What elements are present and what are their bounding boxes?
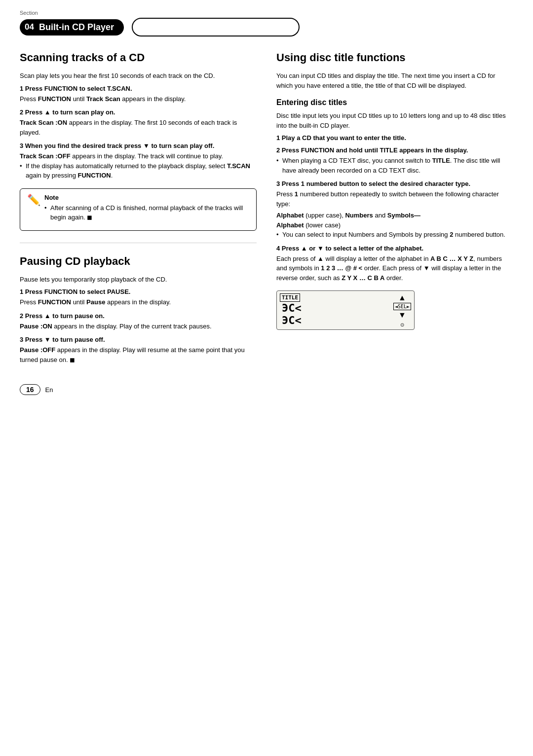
header-right-box xyxy=(132,18,300,36)
pausing-step3-title: 3 Press ▼ to turn pause off. xyxy=(20,336,257,343)
pausing-step3-body: Pause :OFF appears in the display. Play … xyxy=(20,345,257,364)
scanning-step2: 2 Press ▲ to turn scan play on. Track Sc… xyxy=(20,108,257,137)
scanning-step3-bullet1: If the display has automatically returne… xyxy=(20,161,257,180)
entering-intro: Disc title input lets you input CD title… xyxy=(276,111,513,130)
display-down-arrow: ▼ xyxy=(398,311,406,319)
disc-step2-title: 2 Press FUNCTION and hold until TITLE ap… xyxy=(276,146,513,154)
scanning-step2-title: 2 Press ▲ to turn scan play on. xyxy=(20,108,257,116)
scanning-step3: 3 When you find the desired track press … xyxy=(20,142,257,180)
note-header: Note xyxy=(44,194,249,201)
disc-title-intro: You can input CD titles and display the … xyxy=(276,71,513,90)
footer: 16 En xyxy=(20,384,513,395)
scanning-intro: Scan play lets you hear the first 10 sec… xyxy=(20,71,257,81)
disc-step2-bullet1: When playing a CD TEXT disc, you cannot … xyxy=(276,156,513,175)
pausing-step1-body: Press FUNCTION until Pause appears in th… xyxy=(20,297,257,307)
left-column: Scanning tracks of a CD Scan play lets y… xyxy=(20,51,257,369)
disc-step3-bullet1: You can select to input Numbers and Symb… xyxy=(276,230,513,240)
page: Section 04 Built-in CD Player Scanning t… xyxy=(0,0,533,756)
scanning-step1-body: Press FUNCTION until Track Scan appears … xyxy=(20,94,257,104)
disc-step3-title: 3 Press 1 numbered button to select the … xyxy=(276,180,513,187)
section-number: 04 xyxy=(25,22,34,32)
pausing-step1: 1 Press FUNCTION to select PAUSE. Press … xyxy=(20,288,257,307)
entering-heading: Entering disc titles xyxy=(276,98,513,107)
scanning-step3-title: 3 When you find the desired track press … xyxy=(20,142,257,149)
section-label: Section xyxy=(20,10,513,16)
display-sel-label: ◄SEL► xyxy=(393,303,411,310)
note-box: ✏️ Note After scanning of a CD is finish… xyxy=(20,188,257,231)
display-char-row2: ЭС< xyxy=(282,314,302,326)
disc-step4: 4 Press ▲ or ▼ to select a letter of the… xyxy=(276,245,513,283)
disc-step4-body: Each press of ▲ will display a letter of… xyxy=(276,254,513,283)
disc-step4-title: 4 Press ▲ or ▼ to select a letter of the… xyxy=(276,245,513,252)
disc-step1: 1 Play a CD that you want to enter the t… xyxy=(276,134,513,142)
disc-step3-body: Press 1 numbered button repeatedly to sw… xyxy=(276,189,513,209)
display-up-arrow: ▲ xyxy=(398,294,406,302)
pausing-step2-body: Pause :ON appears in the display. Play o… xyxy=(20,322,257,331)
disc-step1-title: 1 Play a CD that you want to enter the t… xyxy=(276,134,513,142)
display-right-controls: ▲ ◄SEL► ▼ ⊙ xyxy=(393,294,411,327)
scanning-heading: Scanning tracks of a CD xyxy=(20,51,257,64)
note-bullet1: After scanning of a CD is finished, norm… xyxy=(44,203,249,222)
pausing-heading: Pausing CD playback xyxy=(20,255,257,268)
note-icon: ✏️ xyxy=(27,194,40,207)
section-badge: 04 Built-in CD Player xyxy=(20,19,124,36)
section-divider xyxy=(20,243,257,243)
footer-language: En xyxy=(45,386,53,394)
display-char-row1: ЭС< xyxy=(282,302,302,314)
display-char-row3: ∂∩< xyxy=(282,327,302,330)
display-chars-area: ЭС< ЭС< ∂∩< xyxy=(282,302,302,330)
note-content: Note After scanning of a CD is finished,… xyxy=(44,194,249,225)
display-knob-icon: ⊙ xyxy=(400,322,404,327)
pausing-intro: Pause lets you temporarily stop playback… xyxy=(20,275,257,285)
scanning-step3-body: Track Scan :OFF appears in the display. … xyxy=(20,151,257,161)
disc-step3: 3 Press 1 numbered button to select the … xyxy=(276,180,513,240)
pausing-step2: 2 Press ▲ to turn pause on. Pause :ON ap… xyxy=(20,312,257,331)
pausing-step1-title: 1 Press FUNCTION to select PAUSE. xyxy=(20,288,257,295)
disc-step3-charline: Alphabet (upper case), Numbers and Symbo… xyxy=(276,211,513,230)
pausing-step3: 3 Press ▼ to turn pause off. Pause :OFF … xyxy=(20,336,257,364)
display-image: TITLE ЭС< ЭС< ∂∩< ▲ ◄SEL► ▼ ⊙ xyxy=(276,290,415,330)
section-title-header: Built-in CD Player xyxy=(39,22,114,33)
disc-step2: 2 Press FUNCTION and hold until TITLE ap… xyxy=(276,146,513,175)
scanning-step1-title: 1 Press FUNCTION to select T.SCAN. xyxy=(20,85,257,92)
scanning-step1: 1 Press FUNCTION to select T.SCAN. Press… xyxy=(20,85,257,104)
scanning-step2-body: Track Scan :ON appears in the display. T… xyxy=(20,118,257,137)
page-number: 16 xyxy=(20,384,40,395)
right-column: Using disc title functions You can input… xyxy=(276,51,513,369)
display-title-tag: TITLE xyxy=(280,293,300,302)
disc-title-heading: Using disc title functions xyxy=(276,51,513,64)
pausing-step2-title: 2 Press ▲ to turn pause on. xyxy=(20,312,257,320)
